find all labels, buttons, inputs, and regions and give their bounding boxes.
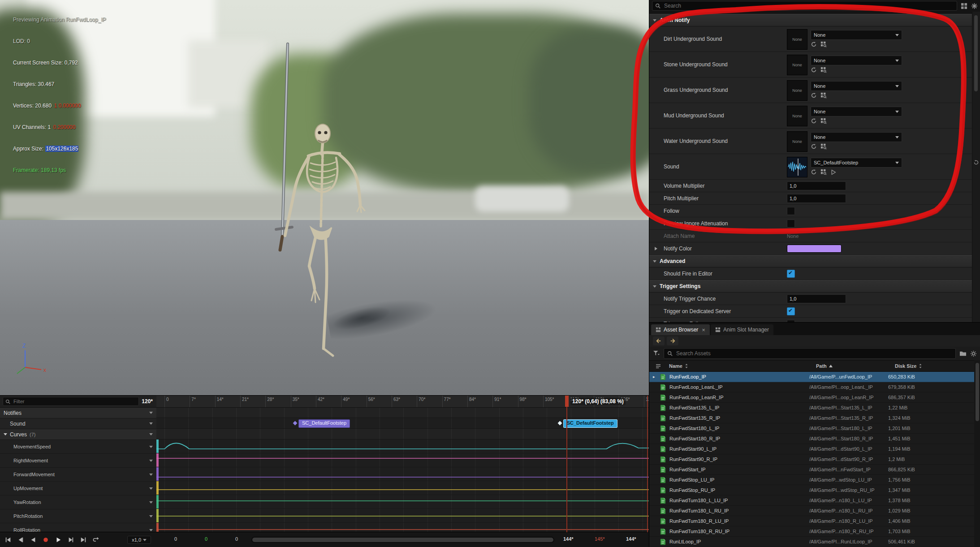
use-selected-icon[interactable] [811,143,817,150]
asset-row[interactable]: RunFwdStart90_R_IP /All/Game/Pl...dStart… [649,454,980,465]
forward-button[interactable] [667,336,678,345]
sound-thumbnail[interactable]: None [787,80,807,101]
close-icon[interactable]: × [702,327,705,333]
asset-row[interactable]: RunFwdTurn180_L_RU_IP /All/Game/P...n180… [649,506,980,516]
back-button[interactable] [653,336,665,345]
details-scrollbar[interactable] [972,12,980,322]
sound-asset-dropdown[interactable]: None [811,56,902,65]
details-search-input[interactable] [663,2,954,9]
expander-icon[interactable] [655,247,657,250]
chevron-down-icon[interactable] [149,412,153,414]
notify-tag[interactable]: SC_DefaultFootstep [563,419,617,428]
timeline-content[interactable]: 07*14*21*28*35*42*49*56*63*70*77*84*91*9… [156,396,649,532]
curve-track-row[interactable]: UpMovement [0,482,156,495]
range-value[interactable]: 145* [595,536,605,542]
curve-lane[interactable] [156,467,649,481]
curve-lane[interactable] [156,495,649,509]
chevron-down-icon[interactable] [149,460,153,462]
asset-search-box[interactable] [664,348,956,359]
gear-icon[interactable] [970,350,977,357]
play-sound-icon[interactable] [830,169,836,175]
panel-tab[interactable]: Anim Slot Manager × [711,324,773,335]
use-selected-icon[interactable] [811,169,817,175]
range-value[interactable]: 144* [626,536,636,542]
scrollbar-thumb[interactable] [974,15,978,91]
curve-lane[interactable] [156,509,649,523]
sound-thumbnail[interactable]: None [787,131,807,152]
sound-asset-dropdown[interactable]: None [811,107,902,116]
property-checkbox[interactable] [787,307,795,315]
asset-row[interactable]: RunFwdTurn180_L_LU_IP /All/Game/P...n180… [649,495,980,506]
chevron-down-icon[interactable] [149,474,153,476]
browse-to-asset-icon[interactable] [820,118,827,124]
record-button[interactable] [40,535,51,545]
curve-track-row[interactable]: YawRotation [0,495,156,509]
curve-lane[interactable] [156,481,649,495]
play-reverse-button[interactable] [28,535,39,545]
use-selected-icon[interactable] [811,118,817,124]
use-selected-icon[interactable] [811,41,817,47]
asset-row[interactable]: RunFwdLoop_LeanL_IP /All/Game/Pl...oop_L… [649,382,980,392]
sound-asset-dropdown[interactable]: None [811,132,902,142]
chevron-down-icon[interactable] [149,515,153,517]
asset-row[interactable]: RunFwdTurn180_R_RU_IP /All/Game/P...n180… [649,526,980,537]
step-forward-button[interactable] [65,535,76,545]
sound-thumbnail[interactable]: None [787,106,807,126]
loop-button[interactable] [91,535,101,545]
column-header-disk-size[interactable]: Disk Size [895,363,980,369]
notify-color-swatch[interactable] [787,245,842,253]
folder-icon[interactable] [959,350,967,357]
panel-tab[interactable]: Asset Browser × [651,324,710,335]
property-checkbox[interactable] [787,270,795,278]
curve-track-row[interactable]: PitchRotation [0,509,156,523]
chevron-down-icon[interactable] [149,501,153,504]
curve-lane[interactable] [156,453,649,467]
timeline-filter-input[interactable] [13,398,136,405]
notifies-lane[interactable] [156,407,649,418]
asset-row[interactable]: RunFwdTurn180_R_LU_IP /All/Game/P...n180… [649,516,980,526]
hscrollbar-thumb[interactable] [252,538,553,542]
column-header-path[interactable]: Path [816,363,895,369]
expander-icon[interactable] [4,433,7,435]
track-curves[interactable]: Curves (7) [0,429,156,440]
property-input[interactable] [787,294,846,303]
sound-thumbnail[interactable]: None [787,55,807,75]
use-selected-icon[interactable] [811,92,817,99]
curve-track-row[interactable]: ForwardMovement [0,468,156,482]
curve-track-row[interactable]: MovementSpeed [0,440,156,454]
asset-row[interactable]: RunFwdLoop_LeanR_IP /All/Game/Pl...oop_L… [649,392,980,403]
range-value[interactable]: 0 [174,536,177,542]
view-options-icon[interactable] [961,3,967,9]
browse-to-asset-icon[interactable] [820,41,827,47]
browse-to-asset-icon[interactable] [820,143,827,150]
chevron-down-icon[interactable] [149,433,153,435]
skip-to-end-button[interactable] [78,535,89,545]
asset-row[interactable]: RunFwdStart_IP /All/Game/Pl...nFwdStart_… [649,465,980,475]
property-checkbox[interactable] [787,220,795,228]
chevron-down-icon[interactable] [149,446,153,448]
range-value[interactable]: 0 [235,536,238,542]
chevron-down-icon[interactable] [149,422,153,425]
panel-settings-icon[interactable] [971,3,978,9]
category-advanced[interactable]: Advanced [649,255,980,267]
asset-row[interactable]: RunFwdStart180_R_IP /All/Game/Pl...Start… [649,434,980,444]
notify-tag[interactable]: SC_DefaultFootstep [298,419,350,428]
chevron-down-icon[interactable] [149,529,153,531]
reset-to-default-icon[interactable] [973,159,979,165]
asset-row[interactable]: RunFwdStart90_L_IP /All/Game/Pl...dStart… [649,444,980,454]
property-checkbox[interactable] [787,207,795,215]
scrollbar-thumb[interactable] [976,363,979,421]
use-selected-icon[interactable] [811,67,817,73]
list-view-icon[interactable] [656,364,661,369]
curve-track-row[interactable]: RightMovement [0,454,156,468]
timeline-filter-box[interactable] [3,397,139,406]
asset-row[interactable]: RunFwdStart180_L_IP /All/Game/Pl...Start… [649,423,980,434]
browse-to-asset-icon[interactable] [820,92,827,99]
asset-row[interactable]: RunFwdStop_LU_IP /All/Game/P...wdStop_LU… [649,475,980,485]
asset-row[interactable]: RunFwdStart135_L_IP /All/Game/Pl...Start… [649,403,980,413]
sound-waveform-thumbnail[interactable] [787,157,807,177]
asset-search-input[interactable] [675,350,952,357]
sound-notify-lane[interactable]: SC_DefaultFootstep SC_DefaultFootstep [156,418,649,429]
range-value[interactable]: 144* [563,536,574,542]
sound-asset-dropdown[interactable]: None [811,81,902,91]
